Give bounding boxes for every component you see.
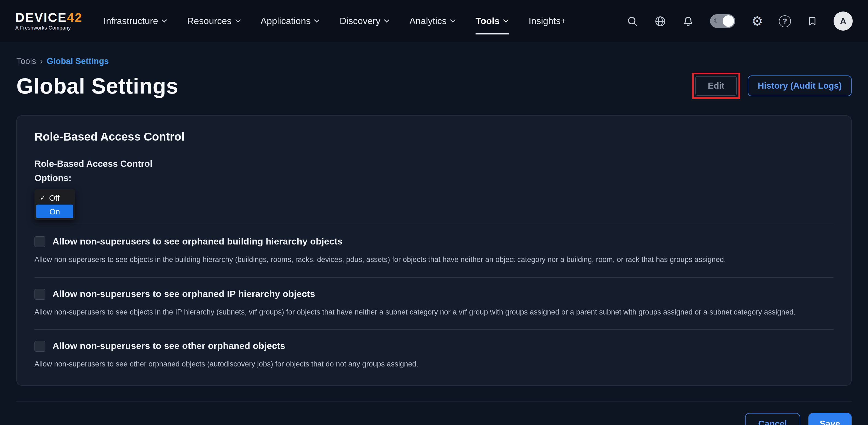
nav-item-applications[interactable]: Applications [260,16,320,27]
logo-tagline: A Freshworks Company [15,26,83,31]
help-icon: ? [779,15,791,27]
checkbox-other-orphaned-objects[interactable] [34,341,45,352]
chevron-down-icon [314,19,320,23]
nav-item-label: Applications [260,16,310,27]
cancel-button[interactable]: Cancel [745,413,800,425]
globe-button[interactable] [655,15,666,27]
dropdown-option-off[interactable]: ✓ Off [36,191,73,204]
save-button[interactable]: Save [808,413,851,425]
device42-logo[interactable]: DEVICE42 A Freshworks Company [15,11,83,31]
setting-label: Allow non-superusers to see other orphan… [53,341,285,352]
breadcrumb-separator: › [40,56,43,66]
chevron-down-icon [161,19,167,23]
nav-item-label: Discovery [340,16,380,27]
checkbox-orphaned-ip-hierarchy[interactable] [34,288,45,300]
section-title: Role-Based Access Control [34,130,834,143]
history-audit-logs-button[interactable]: History (Audit Logs) [748,76,851,96]
nav-item-infrastructure[interactable]: Infrastructure [103,16,167,27]
dropdown-option-label: On [50,207,60,216]
nav-item-label: Infrastructure [103,16,158,27]
setting-label: Allow non-superusers to see orphaned bui… [53,236,343,247]
gear-icon: ⚙ [751,15,763,28]
nav-item-label: Tools [475,16,500,27]
breadcrumb-parent[interactable]: Tools [17,56,36,66]
nav-item-label: Insights+ [529,16,566,27]
setting-description: Allow non-superusers to see objects in t… [34,307,834,317]
nav-item-insights[interactable]: Insights+ [529,16,566,27]
theme-toggle[interactable]: ☾ [710,14,736,28]
rbac-options-label: Role-Based Access Control Options: [34,157,834,185]
setting-description: Allow non-superusers to see other orphan… [34,359,834,369]
settings-button[interactable]: ⚙ [751,15,763,28]
rbac-card: Role-Based Access Control Role-Based Acc… [17,115,851,385]
nav-item-resources[interactable]: Resources [187,16,241,27]
breadcrumb-current[interactable]: Global Settings [47,56,109,66]
nav-item-tools[interactable]: Tools [475,16,509,27]
page-title: Global Settings [17,74,179,98]
logo-brand-accent: 42 [67,10,83,25]
top-navbar: DEVICE42 A Freshworks Company Infrastruc… [0,0,868,42]
setting-other-orphaned-objects: Allow non-superusers to see other orphan… [34,330,834,372]
chevron-down-icon [503,19,509,23]
chevron-down-icon [235,19,241,23]
search-button[interactable] [627,15,639,27]
title-row: Global Settings Edit History (Audit Logs… [17,73,851,99]
nav-item-label: Resources [187,16,232,27]
checkbox-orphaned-building-hierarchy[interactable] [34,236,45,247]
dropdown-option-on[interactable]: On [36,204,73,218]
main-nav: Infrastructure Resources Applications Di… [103,16,566,27]
footer-actions: Cancel Save [17,413,851,425]
rbac-options-dropdown: ✓ Off On [34,189,75,220]
bell-icon [682,15,694,27]
nav-item-label: Analytics [409,16,446,27]
chevron-down-icon [450,19,456,23]
red-highlight-annotation: Edit [692,73,740,99]
footer-divider [17,401,851,401]
navbar-icon-group: ☾ ⚙ ? A [627,11,853,31]
bookmark-button[interactable] [807,15,818,27]
header-actions: Edit History (Audit Logs) [692,73,851,99]
logo-brand: DEVICE [15,10,67,25]
edit-button[interactable]: Edit [695,76,737,96]
setting-orphaned-ip-hierarchy: Allow non-superusers to see orphaned IP … [34,278,834,330]
user-avatar[interactable]: A [834,11,853,31]
setting-label-row: Allow non-superusers to see orphaned bui… [34,236,834,247]
bookmark-icon [807,15,818,27]
rbac-options-label-line2: Options: [34,171,834,185]
toggle-knob [723,15,734,27]
rbac-options-label-line1: Role-Based Access Control [34,157,834,171]
help-button[interactable]: ? [779,15,791,27]
moon-icon: ☾ [714,17,720,25]
globe-icon [655,15,666,27]
chevron-down-icon [384,19,390,23]
search-icon [627,15,639,27]
app-root: DEVICE42 A Freshworks Company Infrastruc… [0,0,868,425]
dropdown-option-label: Off [49,193,60,202]
nav-item-discovery[interactable]: Discovery [340,16,390,27]
setting-label: Allow non-superusers to see orphaned IP … [53,288,315,300]
setting-label-row: Allow non-superusers to see orphaned IP … [34,288,834,300]
notifications-button[interactable] [682,15,694,27]
logo-wordmark: DEVICE42 [15,11,83,24]
setting-orphaned-building-hierarchy: Allow non-superusers to see orphaned bui… [34,225,834,278]
breadcrumb: Tools › Global Settings [17,56,851,66]
setting-label-row: Allow non-superusers to see other orphan… [34,341,834,352]
setting-description: Allow non-superusers to see objects in t… [34,254,834,265]
page-content: Tools › Global Settings Global Settings … [0,56,868,425]
check-icon: ✓ [40,194,46,201]
nav-item-analytics[interactable]: Analytics [409,16,456,27]
